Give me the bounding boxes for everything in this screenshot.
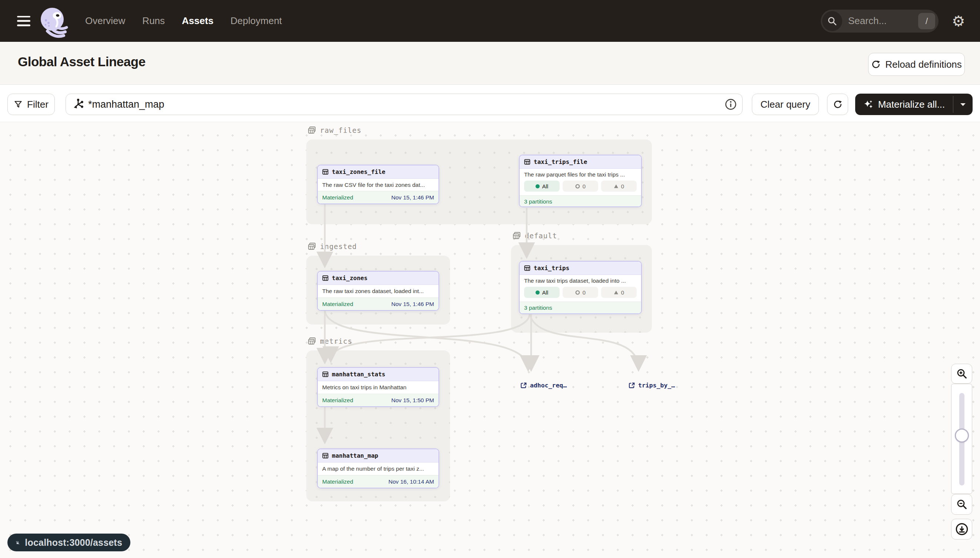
- top-navbar: Overview Runs Assets Deployment Search..…: [0, 0, 980, 42]
- zoom-in-button[interactable]: [951, 364, 972, 384]
- partitions-failed-count: 0: [621, 289, 624, 295]
- partitions-summary[interactable]: 3 partitions: [524, 305, 552, 311]
- asset-node-trips-by-week[interactable]: trips_by_…: [628, 382, 675, 389]
- partitions-summary[interactable]: 3 partitions: [524, 199, 552, 205]
- materialize-all-main[interactable]: Materialize all...: [855, 94, 953, 115]
- lock-slash-icon: [16, 538, 20, 548]
- table-icon: [322, 169, 328, 175]
- partitions-all-badge[interactable]: All: [524, 181, 560, 192]
- filter-button[interactable]: Filter: [7, 94, 55, 115]
- status-badge: Materialized: [322, 478, 353, 485]
- table-icon: [322, 275, 328, 281]
- refresh-graph-button[interactable]: [827, 94, 848, 115]
- asset-status-row: Materialized Nov 16, 10:14 AM: [318, 475, 438, 488]
- external-link-icon: [520, 382, 527, 389]
- asset-node-manhattan-map[interactable]: manhattan_map A map of the number of tri…: [317, 448, 439, 488]
- clear-query-label: Clear query: [760, 99, 810, 110]
- circle-outline-icon: [575, 290, 580, 295]
- materialization-timestamp[interactable]: Nov 16, 10:14 AM: [389, 478, 434, 485]
- materialization-timestamp[interactable]: Nov 15, 1:46 PM: [392, 301, 434, 307]
- success-dot-icon: [535, 184, 540, 188]
- page-title: Global Asset Lineage: [18, 54, 145, 69]
- nav-item-deployment[interactable]: Deployment: [231, 15, 282, 27]
- materialize-dropdown-button[interactable]: [953, 94, 973, 115]
- group-name-default: default: [525, 231, 557, 240]
- clear-query-button[interactable]: Clear query: [752, 94, 819, 115]
- recenter-download-button[interactable]: [951, 519, 972, 540]
- asset-status-row: Materialized Nov 15, 1:46 PM: [318, 297, 438, 310]
- group-table-icon: [307, 337, 316, 346]
- asset-description: The raw taxi zones dataset, loaded int..…: [318, 285, 438, 297]
- circle-download-icon: [955, 522, 968, 536]
- nav-item-overview[interactable]: Overview: [85, 15, 125, 27]
- asset-name: manhattan_map: [332, 452, 378, 459]
- zoom-slider-handle[interactable]: [955, 428, 969, 443]
- materialize-all-button[interactable]: Materialize all...: [855, 94, 973, 115]
- asset-node-taxi-trips-file[interactable]: taxi_trips_file The raw parquet files fo…: [519, 155, 642, 207]
- asset-node-adhoc-request[interactable]: adhoc_req…: [520, 382, 567, 389]
- asset-name: taxi_trips: [534, 264, 569, 272]
- group-label-ingested[interactable]: ingested: [307, 242, 357, 251]
- app-window: Overview Runs Assets Deployment Search..…: [0, 0, 980, 558]
- asset-name: adhoc_req…: [530, 382, 567, 389]
- graph-query-icon: [72, 98, 84, 111]
- triangle-icon: [614, 290, 619, 295]
- refresh-icon: [833, 100, 843, 109]
- zoom-slider: [951, 384, 972, 494]
- table-icon: [524, 159, 530, 165]
- group-label-metrics[interactable]: metrics: [307, 337, 352, 346]
- asset-node-header: manhattan_stats: [318, 368, 438, 381]
- filter-button-label: Filter: [27, 99, 48, 110]
- group-name-raw-files: raw_files: [320, 126, 361, 134]
- asset-node-manhattan-stats[interactable]: manhattan_stats Metrics on taxi trips in…: [317, 367, 439, 407]
- global-search-input[interactable]: Search... /: [821, 10, 939, 33]
- asset-node-taxi-trips[interactable]: taxi_trips The raw taxi trips dataset, l…: [519, 261, 642, 314]
- materialize-all-label: Materialize all...: [878, 99, 945, 110]
- page-header: Global Asset Lineage Reload definitions: [0, 42, 980, 84]
- primary-nav: Overview Runs Assets Deployment: [85, 15, 282, 27]
- external-link-icon: [628, 382, 635, 389]
- status-badge: Materialized: [322, 301, 353, 307]
- asset-description: A map of the number of trips per taxi z.…: [318, 463, 438, 475]
- search-placeholder: Search...: [848, 15, 918, 27]
- success-dot-icon: [535, 290, 540, 295]
- partitions-failed-badge[interactable]: 0: [601, 181, 637, 192]
- hamburger-menu-icon[interactable]: [17, 16, 30, 26]
- group-name-ingested: ingested: [320, 242, 357, 251]
- query-info-icon[interactable]: [725, 98, 737, 111]
- materialization-timestamp[interactable]: Nov 15, 1:50 PM: [392, 397, 434, 404]
- table-icon: [524, 265, 530, 271]
- chevron-down-icon: [960, 103, 966, 106]
- partitions-missing-badge[interactable]: 0: [563, 181, 598, 192]
- asset-node-header: taxi_zones: [318, 272, 438, 285]
- asset-name: taxi_zones: [332, 274, 367, 282]
- table-icon: [322, 453, 328, 459]
- group-table-icon: [512, 231, 521, 240]
- asset-description: The raw parquet files for the taxi trips…: [520, 169, 641, 181]
- group-name-metrics: metrics: [320, 337, 352, 345]
- reload-definitions-button[interactable]: Reload definitions: [868, 53, 965, 76]
- group-label-default[interactable]: default: [512, 231, 557, 240]
- partitions-all-badge[interactable]: All: [524, 287, 560, 298]
- nav-item-runs[interactable]: Runs: [142, 15, 165, 27]
- partitions-failed-count: 0: [621, 183, 624, 189]
- asset-name: taxi_zones_file: [332, 168, 385, 176]
- dagster-logo-icon[interactable]: [38, 5, 68, 41]
- partitions-missing-badge[interactable]: 0: [563, 287, 598, 298]
- asset-query-field: [66, 94, 743, 115]
- materialization-timestamp[interactable]: Nov 15, 1:46 PM: [392, 194, 434, 201]
- group-label-raw-files[interactable]: raw_files: [307, 126, 361, 135]
- partitions-failed-badge[interactable]: 0: [601, 287, 637, 298]
- status-badge: Materialized: [322, 194, 353, 201]
- asset-status-row: Materialized Nov 15, 1:50 PM: [318, 394, 438, 406]
- zoom-out-button[interactable]: [951, 494, 972, 515]
- partitions-all-label: All: [542, 289, 548, 295]
- asset-node-taxi-zones[interactable]: taxi_zones The raw taxi zones dataset, l…: [317, 271, 439, 311]
- asset-node-taxi-zones-file[interactable]: taxi_zones_file The raw CSV file for the…: [317, 165, 439, 204]
- browser-status-bubble: localhost:3000/assets: [7, 533, 130, 551]
- asset-query-input[interactable]: [88, 99, 725, 110]
- asset-description: The raw CSV file for the taxi zones dat.…: [318, 179, 438, 191]
- asset-node-header: taxi_trips_file: [520, 156, 641, 169]
- nav-item-assets[interactable]: Assets: [182, 15, 213, 27]
- settings-gear-icon[interactable]: ⚙: [944, 13, 973, 30]
